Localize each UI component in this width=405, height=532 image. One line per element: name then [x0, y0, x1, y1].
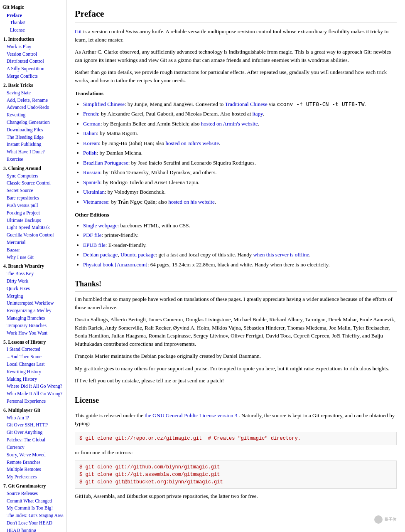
sidebar-item[interactable]: Push versus pull — [2, 202, 64, 209]
russian-link[interactable]: Russian — [83, 169, 100, 175]
sidebar-item[interactable]: Personal Experience — [2, 398, 64, 405]
spanish-link[interactable]: Spanish — [83, 179, 100, 185]
ukrainian-link[interactable]: Ukrainian — [83, 189, 105, 195]
ubuntu-link[interactable]: Ubuntu package — [120, 251, 156, 258]
sidebar-item[interactable]: A Silly Superstition — [2, 65, 64, 73]
sidebar-item[interactable]: Uninterrupted Workflow — [2, 300, 64, 307]
italian-link[interactable]: Italian — [83, 130, 97, 136]
sidebar-item[interactable]: Preface — [2, 12, 64, 20]
sidebar-item[interactable]: Distributed Control — [2, 58, 64, 65]
sidebar-item[interactable]: 4. Branch Wizardry — [2, 263, 64, 270]
sidebar-item[interactable]: Light-Speed Multitask — [2, 224, 64, 232]
sidebar-item[interactable]: Merge Conflicts — [2, 73, 64, 80]
sidebar-item[interactable]: Managing Branches — [2, 315, 64, 322]
amazon-link[interactable]: Physical book [Amazon.com] — [83, 261, 147, 268]
sidebar-item[interactable]: Rewriting History — [2, 368, 64, 376]
sidebar-item[interactable]: My Preferences — [2, 473, 64, 481]
sidebar-item[interactable]: Making History — [2, 376, 64, 383]
sidebar-item[interactable]: Who Made It All Go Wrong? — [2, 390, 64, 398]
sidebar-item[interactable]: Why I use Git — [2, 254, 64, 261]
sidebar-item[interactable]: Bazaar — [2, 246, 64, 254]
sidebar-item[interactable]: Merging — [2, 293, 64, 300]
sidebar-item[interactable]: Work is Play — [2, 43, 64, 51]
sidebar-item[interactable]: Quick Fixes — [2, 285, 64, 293]
sidebar-item[interactable]: Changelog Generation — [2, 119, 64, 126]
sidebar-item[interactable]: License — [2, 27, 64, 34]
git-link[interactable]: Git — [75, 28, 82, 34]
sidebar-item[interactable]: The Index: Git's Staging Area — [2, 512, 64, 520]
sidebar-item[interactable]: Version Control — [2, 51, 64, 58]
sidebar-item[interactable]: The Bleeding Edge — [2, 134, 64, 141]
sidebar-item[interactable]: What Have I Done? — [2, 148, 64, 156]
john-link[interactable]: hosted on John's website — [166, 140, 219, 146]
sidebar-item[interactable]: Where Did It All Go Wrong? — [2, 383, 64, 390]
sidebar-item[interactable]: Who Am I? — [2, 414, 64, 422]
pdf-link[interactable]: PDF file — [83, 232, 101, 238]
sidebar-item[interactable]: Multiple Remotes — [2, 466, 64, 473]
sidebar-item[interactable]: Dirty Work — [2, 278, 64, 285]
simplified-chinese-link[interactable]: Simplified Chinese — [83, 101, 125, 107]
sidebar-item[interactable]: Secret Source — [2, 187, 64, 195]
sidebar-item[interactable]: Guerilla Version Control — [2, 232, 64, 239]
itapy-link[interactable]: itapy — [253, 111, 263, 117]
single-webpage-link[interactable]: Single webpage — [83, 222, 118, 229]
sidebar-item[interactable]: 3. Cloning Around — [2, 165, 64, 172]
gpl-link[interactable]: the GNU General Public License version 3 — [145, 412, 237, 419]
sidebar-item[interactable]: 6. Multiplayer Git — [2, 407, 64, 414]
sidebar-item[interactable]: Reverting — [2, 111, 64, 119]
sidebar-item[interactable]: Instant Publishing — [2, 141, 64, 148]
debian-link[interactable]: Debian package — [83, 251, 118, 258]
sidebar-item[interactable]: Git Over Anything — [2, 429, 64, 436]
sidebar-item[interactable]: 5. Lessons of History — [2, 339, 64, 346]
sidebar-item[interactable]: Bare repositories — [2, 195, 64, 202]
sidebar-item[interactable]: 2. Basic Tricks — [2, 82, 64, 89]
sidebar-item[interactable]: Thanks! — [2, 19, 64, 27]
list-item: Simplified Chinese: by Junjie, Meng and … — [83, 100, 397, 108]
sidebar-item[interactable]: Ultimate Backups — [2, 217, 64, 224]
sidebar-item[interactable]: Add, Delete, Rename — [2, 97, 64, 104]
sidebar-item[interactable]: Source Releases — [2, 490, 64, 498]
sidebar-item[interactable]: 1. Introduction — [2, 36, 64, 43]
watermark-text: 量子位 — [384, 517, 397, 522]
sidebar-item[interactable]: Downloading Files — [2, 126, 64, 134]
polish-link[interactable]: Polish — [83, 150, 97, 156]
page-title: Preface — [75, 7, 397, 22]
armin-link[interactable]: hosted on Armin's website — [201, 121, 258, 127]
sidebar-item[interactable]: Sync Computers — [2, 172, 64, 180]
traditional-chinese-link[interactable]: Traditional Chinese — [225, 101, 267, 107]
vietnamese-link[interactable]: Vietnamese — [83, 199, 108, 205]
sidebar-item[interactable]: 7. Git Grandmastery — [2, 483, 64, 490]
sidebar-item[interactable]: Forking a Project — [2, 209, 64, 217]
list-item: Single webpage: barebones HTML, with no … — [83, 222, 397, 230]
thanks-para1: I'm humbled that so many people have wor… — [75, 295, 397, 311]
sidebar-item[interactable]: Classic Source Control — [2, 180, 64, 187]
sidebar-item[interactable]: ...And Then Some — [2, 353, 64, 361]
sidebar-item[interactable]: I Stand Corrected — [2, 346, 64, 353]
sidebar-item[interactable]: Saving State — [2, 89, 64, 97]
vietnamese-hosted-link[interactable]: hosted on his website — [168, 199, 215, 205]
sidebar-item[interactable]: Exercise — [2, 156, 64, 163]
german-link[interactable]: German — [83, 121, 101, 127]
sidebar-item[interactable]: My Commit Is Too Big! — [2, 505, 64, 512]
sidebar-item[interactable]: Local Changes Last — [2, 361, 64, 368]
sidebar-item[interactable]: Don't Lose Your HEAD — [2, 520, 64, 527]
french-link[interactable]: French — [83, 111, 98, 117]
sidebar-item[interactable]: Commit What Changed — [2, 498, 64, 505]
braz-port-link[interactable]: Brazilian Portuguese — [83, 160, 128, 166]
korean-link[interactable]: Korean — [83, 140, 99, 146]
sidebar-item[interactable]: Patches: The Global Currency — [2, 436, 64, 451]
license-code2: $ git clone git://github.com/blynn/gitma… — [75, 461, 397, 489]
license-para1: This guide is released under the the GNU… — [75, 411, 397, 428]
offline-link[interactable]: when this server is offline — [253, 251, 309, 258]
sidebar-item[interactable]: The Boss Key — [2, 270, 64, 278]
sidebar-item[interactable]: Temporary Branches — [2, 322, 64, 330]
sidebar-item[interactable]: Remote Branches — [2, 459, 64, 466]
sidebar-item[interactable]: Sorry, We've Moved — [2, 451, 64, 459]
sidebar-item[interactable]: Git Over SSH, HTTP — [2, 421, 64, 429]
sidebar-item[interactable]: Advanced Undo/Redo — [2, 104, 64, 111]
sidebar-item[interactable]: Work How You Want — [2, 330, 64, 337]
sidebar-item[interactable]: HEAD-hunting — [2, 527, 64, 532]
sidebar-item[interactable]: Reorganizing a Medley — [2, 307, 64, 315]
sidebar-item[interactable]: Mercurial — [2, 239, 64, 246]
epub-link[interactable]: EPUB file — [83, 242, 106, 248]
